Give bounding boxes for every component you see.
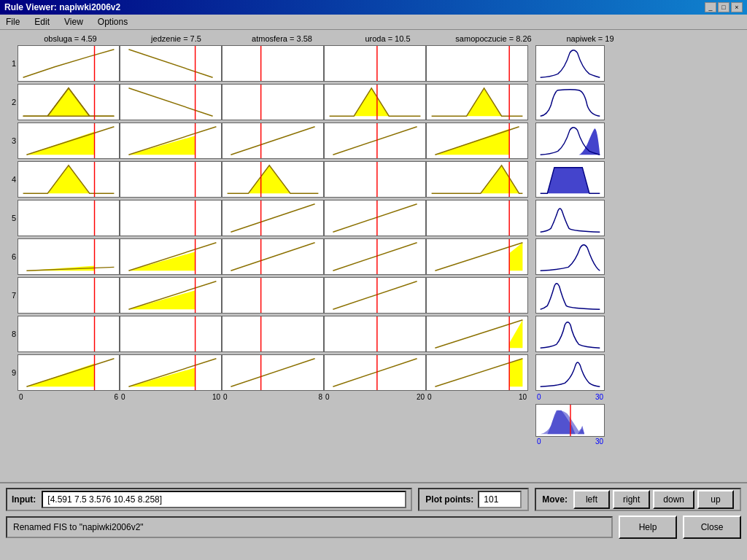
svg-marker-28 [481,166,519,193]
cell-napiwek-8 [535,316,605,352]
col-header-atmosfera: atmosfera = 3.58 [229,34,335,43]
cell-uroda-6 [324,238,426,275]
axis-atmosfera-min: 0 [223,393,228,401]
cell-samopoczucie-1 [426,45,528,82]
svg-marker-25 [248,166,290,193]
cell-samopoczucie-8 [426,316,528,352]
title-bar: Rule Viewer: napiwki2006v2 _ □ × [0,0,747,15]
row-num-8: 8 [4,330,18,338]
cell-uroda-3 [324,122,426,159]
cell-atmosfera-3 [222,122,324,159]
axis-uroda-max: 20 [417,393,425,401]
cell-obsluga-8 [18,316,120,352]
agg-axis-min: 0 [537,438,541,446]
cell-obsluga-1 [18,45,120,82]
cell-jedzenie-6 [120,238,222,275]
cell-napiwek-2 [535,84,605,120]
col-header-uroda: uroda = 10.5 [335,34,441,43]
row-num-3: 3 [4,136,18,145]
cell-jedzenie-9 [120,354,222,391]
right-button[interactable]: right [613,490,650,509]
svg-marker-5 [47,88,90,116]
down-button[interactable]: down [653,490,694,509]
cell-jedzenie-1 [120,45,222,82]
cell-samopoczucie-5 [426,200,528,236]
cell-samopoczucie-6 [426,238,528,275]
cell-jedzenie-5 [120,200,222,236]
row-num-1: 1 [4,59,18,68]
close-button[interactable]: Close [683,516,741,539]
status-text: Renamed FIS to "napiwki2006v2" [13,522,144,532]
row-num-6: 6 [4,252,18,261]
menu-edit[interactable]: Edit [31,16,53,28]
cell-uroda-8 [324,316,426,352]
cell-output-aggregate [535,404,605,437]
cell-atmosfera-6 [222,238,324,275]
input-label: Input: [12,494,36,505]
bottom-panel: Input: Plot points: Move: left right dow… [0,482,747,560]
cell-samopoczucie-4 [426,161,528,198]
cell-napiwek-7 [535,277,605,314]
row-num-9: 9 [4,368,18,377]
axis-samopoczucie-min: 0 [427,393,432,401]
close-window-button[interactable]: × [731,2,743,12]
cell-obsluga-2 [18,84,120,120]
axis-jedzenie-max: 10 [212,393,220,401]
cell-obsluga-5 [18,200,120,236]
svg-marker-54 [502,320,523,348]
menu-bar: File Edit View Options [0,15,747,30]
input-field[interactable] [42,491,406,508]
row-num-4: 4 [4,175,18,184]
cell-atmosfera-4 [222,161,324,198]
cell-jedzenie-4 [120,161,222,198]
cell-obsluga-3 [18,122,120,159]
cell-jedzenie-8 [120,316,222,352]
row-num-2: 2 [4,98,18,106]
row-num-7: 7 [4,291,18,300]
cell-napiwek-5 [535,200,605,236]
svg-marker-62 [484,359,523,386]
axis-atmosfera-max: 8 [318,393,322,401]
cell-atmosfera-7 [222,277,324,314]
axis-samopoczucie-max: 10 [519,393,527,401]
cell-napiwek-1 [535,45,605,82]
cell-uroda-1 [324,45,426,82]
axis-napiwek-min: 0 [537,393,541,401]
axis-jedzenie-min: 0 [121,393,125,401]
cell-jedzenie-2 [120,84,222,120]
left-button[interactable]: left [573,490,610,509]
window-title: Rule Viewer: napiwki2006v2 [4,2,120,12]
cell-atmosfera-9 [222,354,324,391]
cell-atmosfera-1 [222,45,324,82]
axis-napiwek-max: 30 [595,393,603,401]
cell-samopoczucie-2 [426,84,528,120]
plot-points-label: Plot points: [425,494,473,505]
move-label: Move: [542,494,568,505]
cell-samopoczucie-7 [426,277,528,314]
minimize-button[interactable]: _ [705,2,716,12]
cell-napiwek-4 [535,161,605,198]
svg-marker-22 [47,166,90,193]
menu-file[interactable]: File [3,16,23,28]
plot-points-field[interactable] [478,491,522,508]
svg-marker-42 [491,243,522,271]
cell-samopoczucie-9 [426,354,528,391]
cell-obsluga-9 [18,354,120,391]
up-button[interactable]: up [697,490,734,509]
cell-jedzenie-7 [120,277,222,314]
maximize-button[interactable]: □ [718,2,729,12]
menu-options[interactable]: Options [95,16,131,28]
row-num-5: 5 [4,214,18,222]
axis-uroda-min: 0 [325,393,330,401]
cell-uroda-7 [324,277,426,314]
cell-uroda-5 [324,200,426,236]
main-content: obsluga = 4.59 jedzenie = 7.5 atmosfera … [0,30,747,482]
help-button[interactable]: Help [619,516,677,539]
cell-obsluga-7 [18,277,120,314]
cell-atmosfera-8 [222,316,324,352]
svg-marker-12 [467,88,502,116]
cell-samopoczucie-3 [426,122,528,159]
cell-jedzenie-3 [120,122,222,159]
menu-view[interactable]: View [61,16,86,28]
col-header-napiwek: napiwek = 19 [554,34,627,43]
